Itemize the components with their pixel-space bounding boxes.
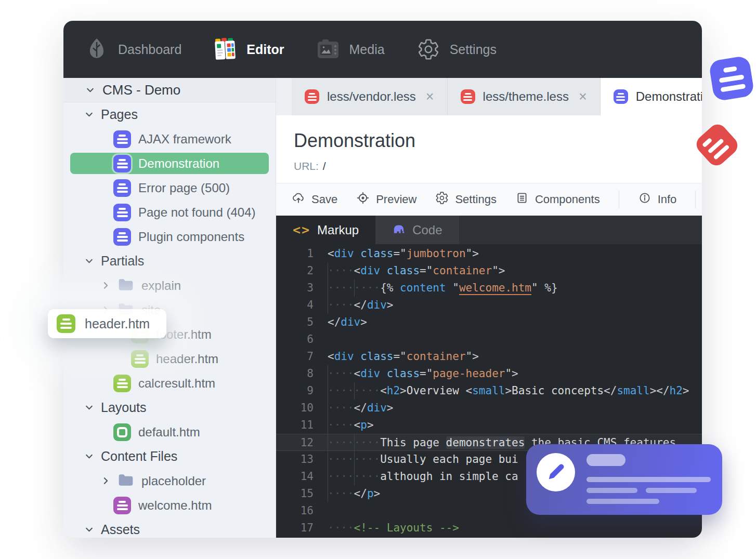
tree-item-label: Layouts [101, 400, 147, 415]
line-number: 5 [276, 314, 328, 331]
file-tab-less-vendor-less[interactable]: less/vendor.less× [292, 78, 448, 115]
line-number: 17 [276, 520, 328, 537]
save-button[interactable]: Save [292, 191, 337, 208]
editor-tabbar: <>MarkupCode [276, 216, 702, 244]
tree-item-page-not-found-404[interactable]: Page not found (404) [63, 200, 276, 224]
code-line-2: 2····<div class="container"> [276, 262, 702, 280]
code-line-18: 18····<h2>Layouts</h2> [276, 537, 702, 538]
chevron-right [101, 281, 110, 290]
php-elephant-icon [392, 222, 406, 238]
code-line-7: 7<div class="container"> [276, 348, 702, 365]
tree-item-plugin-components[interactable]: Plugin components [63, 224, 276, 249]
partial-green-icon [113, 375, 131, 392]
document-toolbar: SavePreviewSettingsComponentsInfo [276, 183, 702, 216]
info-button[interactable]: Info [638, 191, 677, 208]
chevron-down [84, 257, 94, 266]
layout-green-icon [113, 423, 131, 441]
components-icon [515, 191, 529, 208]
file-tab-label: less/theme.less [483, 89, 569, 104]
tree-item-default-htm[interactable]: default.htm [63, 420, 276, 444]
tree-item-assets[interactable]: Assets [63, 517, 276, 538]
sidebar-theme-title: CMS - Demo [102, 82, 180, 98]
code-line-4: 4····</div> [276, 297, 702, 314]
line-number: 18 [276, 537, 328, 538]
editor-icon [213, 37, 238, 62]
code-line-17: 17····<!-- Layouts --> [276, 520, 702, 537]
line-number: 10 [276, 400, 328, 417]
page-indigo-icon [113, 179, 131, 197]
tree-item-label: Page not found (404) [138, 205, 256, 220]
skeleton-line [586, 488, 637, 493]
dragged-file-card[interactable]: header.htm [48, 309, 166, 338]
chevron-down [84, 110, 94, 119]
tree-item-label: welcome.htm [138, 498, 212, 513]
chevron-down [84, 452, 94, 461]
close-icon[interactable]: × [579, 90, 587, 104]
tree-item-label: Partials [101, 254, 144, 269]
tree-item-welcome-htm[interactable]: welcome.htm [63, 493, 276, 517]
nav-item-dashboard[interactable]: Dashboard [84, 37, 181, 62]
tree-item-header-htm[interactable]: header.htm [63, 347, 276, 371]
file-red-icon [461, 89, 475, 104]
skeleton-line [586, 499, 659, 504]
preview-button[interactable]: Preview [356, 191, 416, 208]
url-label: URL: [294, 160, 319, 172]
components-button[interactable]: Components [515, 191, 600, 208]
partial-green-icon [57, 314, 75, 333]
skeleton-line [586, 477, 711, 482]
code-line-11: 11····<p> [276, 417, 702, 434]
editor-tab-label: Markup [317, 223, 359, 237]
nav-item-editor[interactable]: Editor [213, 37, 284, 62]
file-tab-demonstration[interactable]: Demonstration× [601, 78, 702, 115]
line-number: 9 [276, 382, 328, 400]
tree-item-layouts[interactable]: Layouts [63, 395, 276, 420]
tree-item-partials[interactable]: Partials [63, 249, 276, 273]
sidebar-theme-header[interactable]: CMS - Demo [63, 78, 276, 102]
line-number: 1 [276, 245, 328, 262]
line-number: 13 [276, 451, 328, 468]
content-purple-icon [113, 497, 131, 514]
tree-item-demonstration[interactable]: Demonstration [63, 151, 276, 176]
line-number: 12 [276, 434, 328, 450]
page-url: URL:/ [294, 160, 702, 172]
tree-item-placeholder[interactable]: placeholder [63, 469, 276, 493]
close-icon[interactable]: × [426, 90, 434, 104]
skeleton-line [646, 488, 697, 493]
toolbar-separator [695, 191, 696, 208]
settings-button[interactable]: Settings [435, 191, 497, 208]
tree-item-pages[interactable]: Pages [63, 102, 276, 127]
chevron-down [84, 403, 94, 412]
line-number: 15 [276, 485, 328, 502]
line-number: 8 [276, 365, 328, 382]
tree-item-label: Error page (500) [138, 181, 230, 195]
skeleton-title [586, 454, 625, 466]
info-icon [638, 191, 651, 208]
line-number: 16 [276, 502, 328, 520]
code-line-10: 10····</div> [276, 400, 702, 417]
editor-tab-markup[interactable]: <>Markup [276, 216, 375, 244]
tree-item-label: Pages [101, 107, 138, 122]
file-tab-less-theme-less[interactable]: less/theme.less× [448, 78, 601, 115]
file-tab-label: less/vendor.less [327, 89, 416, 104]
tree-item-ajax-framework[interactable]: AJAX framework [63, 127, 276, 151]
top-navbar: DashboardEditorMediaSettings [63, 21, 702, 78]
nav-label: Editor [246, 42, 284, 57]
button-label: Components [535, 193, 600, 206]
tree-item-label: header.htm [156, 352, 218, 366]
file-tabstrip: less/vendor.less×less/theme.less×Demonst… [276, 78, 702, 115]
icon-bar [723, 66, 737, 73]
editor-tab-label: Code [412, 223, 442, 237]
nav-item-media[interactable]: Media [316, 37, 385, 62]
nav-item-settings[interactable]: Settings [416, 37, 497, 62]
chevron-right [101, 476, 110, 486]
editor-tab-code[interactable]: Code [375, 216, 459, 244]
tree-item-content-files[interactable]: Content Files [63, 444, 276, 469]
tree-item-label: calcresult.htm [138, 376, 215, 391]
partial-file-icon [57, 314, 75, 333]
page-indigo-icon [113, 204, 131, 221]
icon-bar [702, 138, 712, 148]
tree-item-calcresult-htm[interactable]: calcresult.htm [63, 371, 276, 395]
tree-item-explain[interactable]: explain [63, 273, 276, 298]
tree-item-error-page-500[interactable]: Error page (500) [63, 176, 276, 200]
tree-item-label: AJAX framework [138, 132, 231, 147]
